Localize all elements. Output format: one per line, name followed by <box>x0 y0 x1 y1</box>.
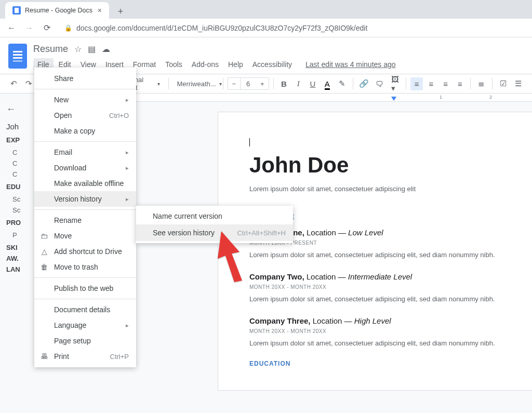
file-move[interactable]: 🗀Move <box>34 228 136 244</box>
menu-accessibility[interactable]: Accessibility <box>248 58 296 71</box>
file-open[interactable]: OpenCtrl+O <box>34 108 136 123</box>
add-comment-icon[interactable]: 🗨 <box>373 77 386 90</box>
font-size-value[interactable]: 6 <box>241 80 256 88</box>
file-download[interactable]: Download▸ <box>34 160 136 176</box>
see-version-history[interactable]: See version historyCtrl+Alt+Shift+H <box>136 224 293 241</box>
browser-tab[interactable]: Resume - Google Docs × <box>5 2 109 19</box>
align-right-icon[interactable]: ≡ <box>440 77 452 90</box>
align-justify-icon[interactable]: ≡ <box>454 77 467 90</box>
doc-subtitle: Lorem ipsum dolor sit amet, consectetuer… <box>249 185 532 193</box>
cloud-status-icon[interactable]: ☁ <box>102 44 110 54</box>
chevron-right-icon: ▸ <box>126 322 129 329</box>
increase-font-icon[interactable]: + <box>256 78 269 89</box>
ruler-mark: 1 <box>440 95 442 100</box>
chevron-right-icon: ▸ <box>126 196 129 203</box>
file-print[interactable]: 🖶PrintCtrl+P <box>34 349 136 364</box>
file-share[interactable]: Share <box>34 71 136 86</box>
job-entry: Company Two, Location — Intermediate Lev… <box>249 272 532 305</box>
checklist-icon[interactable]: ☑ <box>497 77 510 90</box>
file-add-shortcut[interactable]: △Add shortcut to Drive <box>34 244 136 259</box>
align-left-icon[interactable]: ≡ <box>410 77 423 90</box>
docs-header: Resume ☆ ▤ ☁ File Edit View Insert Forma… <box>0 37 532 71</box>
file-details[interactable]: Document details <box>34 302 136 317</box>
forward-icon[interactable]: → <box>24 23 34 33</box>
bold-icon[interactable]: B <box>278 77 290 90</box>
font-family-dropdown[interactable]: Merriweath...▾ <box>172 78 218 90</box>
name-current-version[interactable]: Name current version <box>136 208 293 224</box>
redo-icon[interactable]: ↷ <box>22 77 35 90</box>
job-entry: Company Three, Location — High Level MON… <box>249 316 532 349</box>
chevron-right-icon: ▸ <box>126 149 129 156</box>
file-publish[interactable]: Publish to the web <box>34 281 136 296</box>
docs-favicon-icon <box>12 6 21 15</box>
file-rename[interactable]: Rename <box>34 212 136 228</box>
ruler-mark: 2 <box>489 95 492 100</box>
font-size-stepper[interactable]: − 6 + <box>228 77 269 90</box>
new-tab-button[interactable]: + <box>113 4 128 19</box>
file-offline[interactable]: Make available offline <box>34 176 136 191</box>
italic-icon[interactable]: I <box>292 77 304 90</box>
align-center-icon[interactable]: ≡ <box>425 77 437 90</box>
insert-link-icon[interactable]: 🔗 <box>357 77 370 90</box>
lock-icon: 🔒 <box>64 24 72 32</box>
highlight-icon[interactable]: ✎ <box>336 77 349 90</box>
document-page[interactable]: John Doe Lorem ipsum dolor sit amet, con… <box>218 112 532 390</box>
section-education: EDUCATION <box>249 360 532 367</box>
folder-move-icon: 🗀 <box>39 232 49 240</box>
file-new[interactable]: New▸ <box>34 92 136 108</box>
text-color-icon[interactable]: A <box>321 77 334 90</box>
menu-help[interactable]: Help <box>224 58 247 71</box>
move-folder-icon[interactable]: ▤ <box>88 44 96 54</box>
drive-shortcut-icon: △ <box>39 247 49 256</box>
file-make-copy[interactable]: Make a copy <box>34 123 136 139</box>
trash-icon: 🗑 <box>39 263 49 271</box>
underline-icon[interactable]: U <box>307 77 319 90</box>
document-title[interactable]: Resume <box>33 44 68 55</box>
close-tab-icon[interactable]: × <box>98 6 102 15</box>
file-email[interactable]: Email▸ <box>34 144 136 160</box>
last-edit-link[interactable]: Last edit was 4 minutes ago <box>305 60 396 69</box>
menu-tools[interactable]: Tools <box>161 58 187 71</box>
url-text: docs.google.com/document/d/1eCDM_iuRiBGU… <box>76 24 367 32</box>
text-cursor <box>249 138 250 146</box>
canvas: 1 2 3 4 John Doe Lorem ipsum dolor sit a… <box>104 94 532 413</box>
version-history-submenu: Name current version See version history… <box>136 206 293 243</box>
decrease-font-icon[interactable]: − <box>228 78 241 89</box>
bulleted-list-icon[interactable]: ☰ <box>512 77 525 90</box>
print-icon: 🖶 <box>39 352 49 361</box>
horizontal-ruler[interactable]: 1 2 3 4 <box>104 94 532 102</box>
insert-image-icon[interactable]: 🖼▾ <box>388 73 402 95</box>
file-trash[interactable]: 🗑Move to trash <box>34 259 136 275</box>
file-menu-dropdown: Share New▸ OpenCtrl+O Make a copy Email▸… <box>34 68 136 367</box>
chevron-right-icon: ▸ <box>126 165 129 171</box>
reload-icon[interactable]: ⟳ <box>42 23 52 33</box>
star-icon[interactable]: ☆ <box>74 44 82 54</box>
file-page-setup[interactable]: Page setup <box>34 333 136 349</box>
chevron-right-icon: ▸ <box>126 97 129 103</box>
docs-logo-icon[interactable] <box>8 44 27 69</box>
browser-tabstrip: Resume - Google Docs × + <box>0 0 532 19</box>
line-spacing-icon[interactable]: ≣ <box>475 77 488 90</box>
menu-addons[interactable]: Add-ons <box>188 58 223 71</box>
back-icon[interactable]: ← <box>6 23 17 33</box>
url-field[interactable]: 🔒 docs.google.com/document/d/1eCDM_iuRiB… <box>59 24 526 32</box>
file-version-history[interactable]: Version history▸ <box>34 191 136 207</box>
ruler-indent-marker-icon[interactable] <box>391 97 396 101</box>
undo-icon[interactable]: ↶ <box>7 77 20 90</box>
file-language[interactable]: Language▸ <box>34 317 136 333</box>
browser-address-bar: ← → ⟳ 🔒 docs.google.com/document/d/1eCDM… <box>0 19 532 37</box>
tab-title: Resume - Google Docs <box>25 7 92 14</box>
doc-heading-name: John Doe <box>249 153 532 178</box>
